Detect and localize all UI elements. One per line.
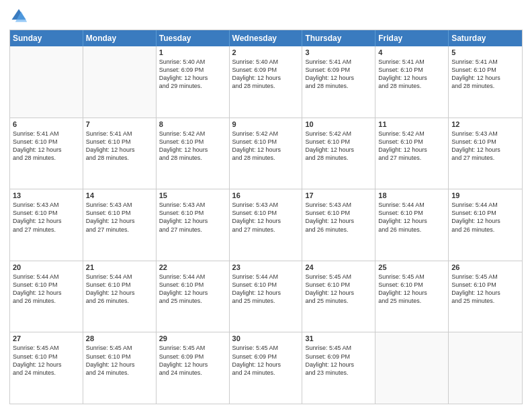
calendar-week-row: 27Sunrise: 5:45 AMSunset: 6:10 PMDayligh… — [10, 332, 522, 404]
calendar-cell: 9Sunrise: 5:42 AMSunset: 6:10 PMDaylight… — [230, 118, 303, 189]
cell-info: Sunrise: 5:43 AMSunset: 6:10 PMDaylight:… — [13, 201, 80, 234]
cell-info: Sunrise: 5:42 AMSunset: 6:10 PMDaylight:… — [232, 130, 300, 163]
day-number: 3 — [305, 48, 372, 56]
day-number: 30 — [232, 334, 300, 342]
day-number: 25 — [378, 263, 445, 271]
logo — [9, 7, 31, 26]
day-number: 9 — [232, 120, 300, 128]
calendar-cell: 15Sunrise: 5:43 AMSunset: 6:10 PMDayligh… — [157, 189, 230, 261]
cell-info: Sunrise: 5:42 AMSunset: 6:10 PMDaylight:… — [305, 130, 372, 163]
calendar-header-cell: Wednesday — [230, 30, 303, 46]
day-number: 22 — [159, 263, 226, 271]
calendar-cell: 1Sunrise: 5:40 AMSunset: 6:09 PMDaylight… — [157, 46, 230, 118]
calendar: SundayMondayTuesdayWednesdayThursdayFrid… — [9, 30, 523, 404]
day-number: 1 — [159, 48, 226, 56]
calendar-cell: 16Sunrise: 5:43 AMSunset: 6:10 PMDayligh… — [230, 189, 303, 261]
calendar-header-cell: Tuesday — [157, 30, 230, 46]
day-number: 11 — [378, 120, 445, 128]
day-number: 16 — [232, 191, 300, 199]
calendar-cell: 25Sunrise: 5:45 AMSunset: 6:10 PMDayligh… — [375, 261, 449, 332]
calendar-cell: 6Sunrise: 5:41 AMSunset: 6:10 PMDaylight… — [10, 118, 83, 189]
day-number: 12 — [451, 120, 519, 128]
day-number: 14 — [86, 191, 153, 199]
page: SundayMondayTuesdayWednesdayThursdayFrid… — [0, 0, 532, 411]
calendar-cell: 7Sunrise: 5:41 AMSunset: 6:10 PMDaylight… — [83, 118, 157, 189]
calendar-cell: 14Sunrise: 5:43 AMSunset: 6:10 PMDayligh… — [83, 189, 157, 261]
calendar-header-cell: Sunday — [10, 30, 83, 46]
cell-info: Sunrise: 5:41 AMSunset: 6:10 PMDaylight:… — [378, 58, 445, 91]
calendar-cell: 30Sunrise: 5:45 AMSunset: 6:09 PMDayligh… — [230, 332, 303, 404]
cell-info: Sunrise: 5:44 AMSunset: 6:10 PMDaylight:… — [378, 201, 445, 234]
calendar-cell: 10Sunrise: 5:42 AMSunset: 6:10 PMDayligh… — [302, 118, 375, 189]
day-number: 5 — [451, 48, 519, 56]
cell-info: Sunrise: 5:42 AMSunset: 6:10 PMDaylight:… — [378, 130, 445, 163]
cell-info: Sunrise: 5:45 AMSunset: 6:10 PMDaylight:… — [378, 273, 445, 306]
calendar-header-row: SundayMondayTuesdayWednesdayThursdayFrid… — [10, 30, 522, 46]
day-number: 15 — [159, 191, 226, 199]
cell-info: Sunrise: 5:45 AMSunset: 6:09 PMDaylight:… — [305, 344, 372, 377]
calendar-cell: 2Sunrise: 5:40 AMSunset: 6:09 PMDaylight… — [230, 46, 303, 118]
calendar-cell: 28Sunrise: 5:45 AMSunset: 6:10 PMDayligh… — [83, 332, 157, 404]
calendar-cell: 24Sunrise: 5:45 AMSunset: 6:10 PMDayligh… — [302, 261, 375, 332]
calendar-cell: 20Sunrise: 5:44 AMSunset: 6:10 PMDayligh… — [10, 261, 83, 332]
day-number: 20 — [13, 263, 80, 271]
calendar-cell: 4Sunrise: 5:41 AMSunset: 6:10 PMDaylight… — [375, 46, 449, 118]
cell-info: Sunrise: 5:45 AMSunset: 6:09 PMDaylight:… — [232, 344, 300, 377]
day-number: 21 — [86, 263, 153, 271]
cell-info: Sunrise: 5:41 AMSunset: 6:10 PMDaylight:… — [13, 130, 80, 163]
cell-info: Sunrise: 5:44 AMSunset: 6:10 PMDaylight:… — [451, 201, 519, 234]
calendar-body: 1Sunrise: 5:40 AMSunset: 6:09 PMDaylight… — [10, 46, 522, 404]
day-number: 19 — [451, 191, 519, 199]
day-number: 31 — [305, 334, 372, 342]
cell-info: Sunrise: 5:40 AMSunset: 6:09 PMDaylight:… — [159, 58, 226, 91]
calendar-cell: 29Sunrise: 5:45 AMSunset: 6:09 PMDayligh… — [157, 332, 230, 404]
cell-info: Sunrise: 5:43 AMSunset: 6:10 PMDaylight:… — [451, 130, 519, 163]
calendar-cell: 22Sunrise: 5:44 AMSunset: 6:10 PMDayligh… — [157, 261, 230, 332]
calendar-cell: 19Sunrise: 5:44 AMSunset: 6:10 PMDayligh… — [449, 189, 522, 261]
calendar-week-row: 13Sunrise: 5:43 AMSunset: 6:10 PMDayligh… — [10, 189, 522, 261]
calendar-cell: 8Sunrise: 5:42 AMSunset: 6:10 PMDaylight… — [157, 118, 230, 189]
day-number: 10 — [305, 120, 372, 128]
cell-info: Sunrise: 5:45 AMSunset: 6:10 PMDaylight:… — [13, 344, 80, 377]
calendar-week-row: 6Sunrise: 5:41 AMSunset: 6:10 PMDaylight… — [10, 118, 522, 189]
calendar-cell — [83, 46, 157, 118]
calendar-header-cell: Monday — [83, 30, 157, 46]
day-number: 26 — [451, 263, 519, 271]
cell-info: Sunrise: 5:44 AMSunset: 6:10 PMDaylight:… — [232, 273, 300, 306]
cell-info: Sunrise: 5:41 AMSunset: 6:09 PMDaylight:… — [305, 58, 372, 91]
cell-info: Sunrise: 5:43 AMSunset: 6:10 PMDaylight:… — [86, 201, 153, 234]
cell-info: Sunrise: 5:41 AMSunset: 6:10 PMDaylight:… — [86, 130, 153, 163]
cell-info: Sunrise: 5:40 AMSunset: 6:09 PMDaylight:… — [232, 58, 300, 91]
day-number: 18 — [378, 191, 445, 199]
day-number: 24 — [305, 263, 372, 271]
day-number: 7 — [86, 120, 153, 128]
cell-info: Sunrise: 5:45 AMSunset: 6:10 PMDaylight:… — [305, 273, 372, 306]
calendar-week-row: 1Sunrise: 5:40 AMSunset: 6:09 PMDaylight… — [10, 46, 522, 118]
calendar-cell: 13Sunrise: 5:43 AMSunset: 6:10 PMDayligh… — [10, 189, 83, 261]
calendar-cell: 17Sunrise: 5:43 AMSunset: 6:10 PMDayligh… — [302, 189, 375, 261]
calendar-cell: 12Sunrise: 5:43 AMSunset: 6:10 PMDayligh… — [449, 118, 522, 189]
calendar-cell: 26Sunrise: 5:45 AMSunset: 6:10 PMDayligh… — [449, 261, 522, 332]
day-number: 2 — [232, 48, 300, 56]
cell-info: Sunrise: 5:43 AMSunset: 6:10 PMDaylight:… — [305, 201, 372, 234]
day-number: 8 — [159, 120, 226, 128]
day-number: 23 — [232, 263, 300, 271]
calendar-cell: 18Sunrise: 5:44 AMSunset: 6:10 PMDayligh… — [375, 189, 449, 261]
day-number: 29 — [159, 334, 226, 342]
cell-info: Sunrise: 5:44 AMSunset: 6:10 PMDaylight:… — [86, 273, 153, 306]
calendar-cell — [449, 332, 522, 404]
calendar-cell: 31Sunrise: 5:45 AMSunset: 6:09 PMDayligh… — [302, 332, 375, 404]
calendar-header-cell: Thursday — [302, 30, 375, 46]
calendar-cell: 23Sunrise: 5:44 AMSunset: 6:10 PMDayligh… — [230, 261, 303, 332]
calendar-cell: 21Sunrise: 5:44 AMSunset: 6:10 PMDayligh… — [83, 261, 157, 332]
calendar-cell — [10, 46, 83, 118]
logo-icon — [9, 7, 28, 26]
day-number: 27 — [13, 334, 80, 342]
calendar-cell: 11Sunrise: 5:42 AMSunset: 6:10 PMDayligh… — [375, 118, 449, 189]
calendar-cell: 5Sunrise: 5:41 AMSunset: 6:10 PMDaylight… — [449, 46, 522, 118]
cell-info: Sunrise: 5:43 AMSunset: 6:10 PMDaylight:… — [232, 201, 300, 234]
cell-info: Sunrise: 5:41 AMSunset: 6:10 PMDaylight:… — [451, 58, 519, 91]
header — [9, 7, 523, 26]
day-number: 28 — [86, 334, 153, 342]
cell-info: Sunrise: 5:45 AMSunset: 6:10 PMDaylight:… — [451, 273, 519, 306]
